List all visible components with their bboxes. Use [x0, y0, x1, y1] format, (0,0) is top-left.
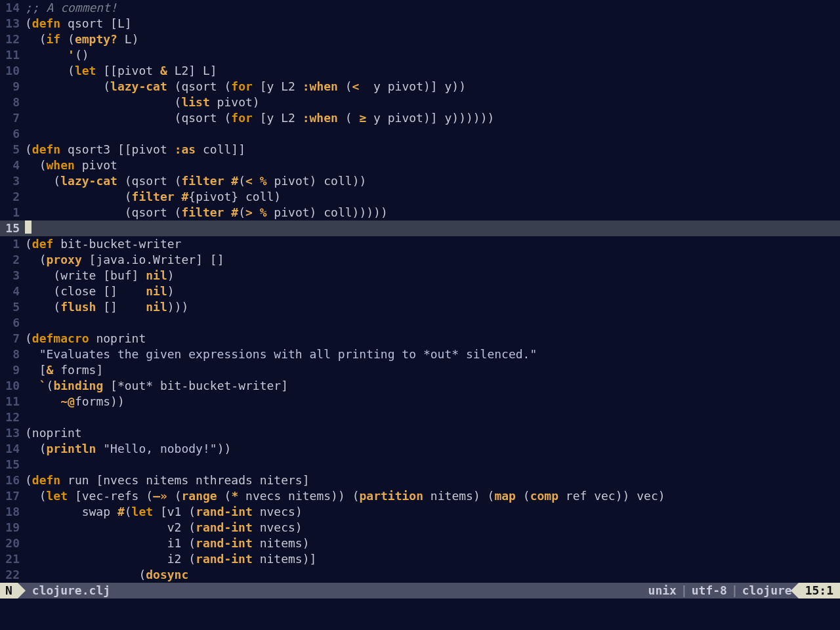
code-content[interactable]: swap #(let [v1 (rand-int nvecs): [25, 504, 840, 520]
code-content[interactable]: v2 (rand-int nvecs): [25, 520, 840, 536]
code-content[interactable]: [25, 126, 840, 142]
code-line[interactable]: 1 (qsort (filter #(> % pivot) coll))))): [0, 205, 840, 220]
code-content[interactable]: '(): [25, 47, 840, 63]
code-content[interactable]: ~@forms)): [25, 394, 840, 410]
code-content[interactable]: [25, 410, 840, 425]
code-line[interactable]: 4 (close [] nil): [0, 284, 840, 299]
code-line[interactable]: 2 (filter #{pivot} coll): [0, 189, 840, 205]
code-content[interactable]: (if (empty? L): [25, 32, 840, 47]
code-content[interactable]: (lazy-cat (qsort (filter #(< % pivot) co…: [25, 173, 840, 189]
code-line[interactable]: 14 (println "Hello, nobody!")): [0, 441, 840, 457]
code-line[interactable]: 10 (let [[pivot & L2] L]: [0, 63, 840, 79]
line-number: 13: [0, 16, 25, 32]
token: buf: [110, 268, 132, 282]
code-line[interactable]: 9 (lazy-cat (qsort (for [y L2 :when (< y…: [0, 79, 840, 94]
token: ]: [188, 64, 196, 77]
code-content[interactable]: (defmacro noprint: [25, 331, 840, 346]
token: pivot: [132, 142, 175, 156]
token: [25, 568, 138, 581]
code-content[interactable]: (proxy [java.io.Writer] []: [25, 252, 840, 268]
token: defn: [32, 473, 60, 487]
token: )]: [423, 79, 438, 93]
code-content[interactable]: [25, 220, 840, 236]
code-line[interactable]: 13(noprint: [0, 425, 840, 441]
code-line[interactable]: 6: [0, 126, 840, 142]
token: &: [47, 363, 54, 377]
code-content[interactable]: (when pivot: [25, 158, 840, 173]
code-content[interactable]: (defn qsort [L]: [25, 16, 840, 32]
code-line[interactable]: 10 `(binding [*out* bit-bucket-writer]: [0, 378, 840, 394]
code-line[interactable]: 2 (proxy [java.io.Writer] []: [0, 252, 840, 268]
code-line[interactable]: 17 (let [vec-refs (—» (range (* nvecs ni…: [0, 488, 840, 504]
code-line[interactable]: 12 (if (empty? L): [0, 32, 840, 47]
code-line[interactable]: 6: [0, 315, 840, 331]
code-line[interactable]: 11 '(): [0, 47, 840, 63]
code-content[interactable]: (defn run [nvecs nitems nthreads niters]: [25, 472, 840, 488]
token: [25, 79, 103, 93]
editor[interactable]: 14;; A comment!13(defn qsort [L]12 (if (…: [0, 0, 840, 630]
code-line[interactable]: 13(defn qsort [L]: [0, 16, 840, 32]
code-content[interactable]: [25, 315, 840, 331]
token: vec-refs: [82, 489, 146, 503]
code-line[interactable]: 5 (flush [] nil))): [0, 299, 840, 315]
token: map: [494, 489, 516, 503]
code-content[interactable]: [& forms]: [25, 362, 840, 378]
code-line[interactable]: 5(defn qsort3 [[pivot :as coll]]: [0, 142, 840, 158]
code-content[interactable]: (let [vec-refs (—» (range (* nvecs nitem…: [25, 488, 840, 504]
line-number: 6: [0, 315, 25, 331]
code-line[interactable]: 15: [0, 220, 840, 236]
code-line[interactable]: 20 i1 (rand-int nitems): [0, 536, 840, 551]
code-line[interactable]: 14;; A comment!: [0, 0, 840, 16]
code-line[interactable]: 9 [& forms]: [0, 362, 840, 378]
code-content[interactable]: (list pivot): [25, 94, 840, 110]
token: :when: [303, 111, 338, 125]
code-content[interactable]: (def bit-bucket-writer: [25, 236, 840, 252]
token: bit-bucket-writer: [53, 237, 181, 251]
code-content[interactable]: ;; A comment!: [25, 0, 840, 16]
token: L: [196, 64, 210, 77]
code-line[interactable]: 3 (write [buf] nil): [0, 268, 840, 284]
token: [153, 505, 160, 518]
code-content[interactable]: (filter #{pivot} coll): [25, 189, 840, 205]
code-line[interactable]: 3 (lazy-cat (qsort (filter #(< % pivot) …: [0, 173, 840, 189]
line-number: 10: [0, 63, 25, 79]
code-content[interactable]: "Evaluates the given expressions with al…: [25, 346, 840, 362]
code-line[interactable]: 18 swap #(let [v1 (rand-int nvecs): [0, 504, 840, 520]
code-content[interactable]: (qsort (filter #(> % pivot) coll))))): [25, 205, 840, 220]
token: [96, 64, 103, 77]
code-line[interactable]: 7(defmacro noprint: [0, 331, 840, 346]
code-line[interactable]: 21 i2 (rand-int nitems)]: [0, 551, 840, 567]
code-line[interactable]: 4 (when pivot: [0, 158, 840, 173]
code-line[interactable]: 8 "Evaluates the given expressions with …: [0, 346, 840, 362]
code-content[interactable]: (close [] nil): [25, 284, 840, 299]
code-content[interactable]: `(binding [*out* bit-bucket-writer]: [25, 378, 840, 394]
code-line[interactable]: 7 (qsort (for [y L2 :when ( ≥ y pivot)] …: [0, 110, 840, 126]
code-line[interactable]: 16(defn run [nvecs nitems nthreads niter…: [0, 472, 840, 488]
code-line[interactable]: 8 (list pivot): [0, 94, 840, 110]
token: <: [352, 79, 360, 93]
code-line[interactable]: 12: [0, 410, 840, 425]
code-line[interactable]: 11 ~@forms)): [0, 394, 840, 410]
status-filename: clojure.clj: [18, 583, 648, 598]
code-content[interactable]: (println "Hello, nobody!")): [25, 441, 840, 457]
token: [82, 253, 89, 266]
code-content[interactable]: (let [[pivot & L2] L]: [25, 63, 840, 79]
code-content[interactable]: [25, 457, 840, 472]
code-content[interactable]: (qsort (for [y L2 :when ( ≥ y pivot)] y)…: [25, 110, 840, 126]
code-content[interactable]: (dosync: [25, 567, 840, 583]
code-content[interactable]: (defn qsort3 [[pivot :as coll]]: [25, 142, 840, 158]
code-line[interactable]: 19 v2 (rand-int nvecs): [0, 520, 840, 536]
code-content[interactable]: (write [buf] nil): [25, 268, 840, 284]
token: ): [310, 205, 317, 219]
code-content[interactable]: i2 (rand-int nitems)]: [25, 551, 840, 567]
code-content[interactable]: (noprint: [25, 425, 840, 441]
code-content[interactable]: (lazy-cat (qsort (for [y L2 :when (< y p…: [25, 79, 840, 94]
token: noprint: [89, 331, 146, 345]
code-line[interactable]: 15: [0, 457, 840, 472]
code-line[interactable]: 22 (dosync: [0, 567, 840, 583]
code-line[interactable]: 1(def bit-bucket-writer: [0, 236, 840, 252]
code-content[interactable]: (flush [] nil))): [25, 299, 840, 315]
code-content[interactable]: i1 (rand-int nitems): [25, 536, 840, 551]
status-separator: |: [677, 583, 692, 598]
token: list: [181, 95, 209, 109]
